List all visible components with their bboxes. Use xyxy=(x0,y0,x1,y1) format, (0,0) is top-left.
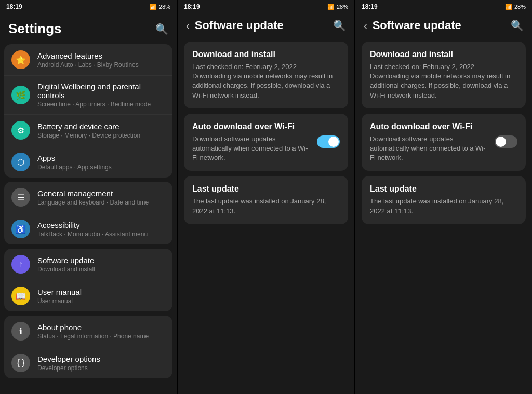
card-download-install[interactable]: Download and installLast checked on: Feb… xyxy=(184,42,348,108)
update-panel-2: 18:19 📶 28% ‹ Software update 🔍 Download… xyxy=(354,0,532,394)
software-update-label: Software update xyxy=(37,256,95,265)
wifi-icon-u1: 📶 xyxy=(327,4,335,10)
card-auto-download-desc-text: Download software updates automatically … xyxy=(370,134,488,163)
card-last-update[interactable]: Last updateThe last update was installed… xyxy=(362,176,526,224)
time-settings: 18:19 xyxy=(6,3,22,10)
status-icons-update1: 📶 28% xyxy=(327,4,348,10)
settings-search-icon[interactable]: 🔍 xyxy=(155,23,168,35)
settings-item-battery-device-care[interactable]: ⚙Battery and device careStorage · Memory… xyxy=(4,115,172,146)
settings-item-user-manual[interactable]: 📖User manualUser manual xyxy=(4,280,172,311)
settings-group: ℹAbout phoneStatus · Legal information ·… xyxy=(4,316,172,378)
toggle-auto-download[interactable] xyxy=(317,135,340,148)
toggle-row-auto-download: Download software updates automatically … xyxy=(192,134,340,163)
digital-wellbeing-text: Digital Wellbeing and parental controlsS… xyxy=(37,82,165,108)
apps-sublabel: Default apps · App settings xyxy=(37,164,112,171)
card-last-update[interactable]: Last updateThe last update was installed… xyxy=(184,176,348,224)
settings-item-digital-wellbeing[interactable]: 🌿Digital Wellbeing and parental controls… xyxy=(4,76,172,115)
battery-update1: 28% xyxy=(337,4,348,10)
advanced-features-label: Advanced features xyxy=(37,51,139,60)
card-last-update-desc: The last update was installed on January… xyxy=(192,197,340,215)
settings-header: Settings 🔍 xyxy=(0,13,177,42)
status-bar-settings: 18:19 📶 28% xyxy=(0,0,177,13)
apps-text: AppsDefault apps · App settings xyxy=(37,154,112,171)
settings-group: ↑Software updateDownload and install📖Use… xyxy=(4,249,172,311)
card-download-install[interactable]: Download and installLast checked on: Feb… xyxy=(362,42,526,108)
battery-update2: 28% xyxy=(514,4,526,10)
status-icons-update2: 📶 28% xyxy=(505,4,526,10)
settings-group: ⭐Advanced featuresAndroid Auto · Labs · … xyxy=(4,44,172,178)
update1-list: Download and installLast checked on: Feb… xyxy=(178,37,354,394)
settings-item-software-update[interactable]: ↑Software updateDownload and install xyxy=(4,249,172,280)
general-management-label: General management xyxy=(37,189,149,198)
battery-settings: 28% xyxy=(159,4,170,10)
card-last-update-title: Last update xyxy=(192,184,340,194)
software-update-icon: ↑ xyxy=(11,255,30,274)
settings-item-advanced-features[interactable]: ⭐Advanced featuresAndroid Auto · Labs · … xyxy=(4,44,172,76)
accessibility-sublabel: TalkBack · Mono audio · Assistant menu xyxy=(37,230,148,238)
battery-device-care-sublabel: Storage · Memory · Device protection xyxy=(37,132,140,139)
user-manual-text: User manualUser manual xyxy=(37,288,82,305)
toggle-knob-auto-download xyxy=(496,137,506,147)
search-icon-u1[interactable]: 🔍 xyxy=(333,19,346,32)
card-download-install-title: Download and install xyxy=(192,50,340,59)
battery-device-care-label: Battery and device care xyxy=(37,122,140,131)
settings-item-developer-options[interactable]: { }Developer optionsDeveloper options xyxy=(4,347,172,378)
accessibility-icon: ♿ xyxy=(11,220,30,238)
wifi-icon: 📶 xyxy=(150,4,157,10)
card-auto-download-title: Auto download over Wi-Fi xyxy=(370,122,517,131)
card-auto-download-desc-text: Download software updates automatically … xyxy=(192,134,311,163)
developer-options-label: Developer options xyxy=(37,355,100,363)
toggle-knob-auto-download xyxy=(328,137,339,147)
developer-options-text: Developer optionsDeveloper options xyxy=(37,355,100,372)
advanced-features-icon: ⭐ xyxy=(11,50,30,69)
user-manual-sublabel: User manual xyxy=(37,297,82,305)
status-icons-settings: 📶 28% xyxy=(150,4,170,10)
settings-panel: 18:19 📶 28% Settings 🔍 ⭐Advanced feature… xyxy=(0,0,177,394)
about-phone-sublabel: Status · Legal information · Phone name xyxy=(37,333,149,340)
card-auto-download[interactable]: Auto download over Wi-FiDownload softwar… xyxy=(184,114,348,171)
software-update-text: Software updateDownload and install xyxy=(37,256,95,273)
card-last-update-title: Last update xyxy=(370,184,517,194)
general-management-text: General managementLanguage and keyboard … xyxy=(37,189,149,206)
settings-item-about-phone[interactable]: ℹAbout phoneStatus · Legal information ·… xyxy=(4,316,172,347)
settings-title: Settings xyxy=(8,21,62,37)
developer-options-sublabel: Developer options xyxy=(37,364,100,372)
settings-group: ☰General managementLanguage and keyboard… xyxy=(4,182,172,244)
status-bar-update2: 18:19 📶 28% xyxy=(355,0,532,13)
settings-item-apps[interactable]: ⬡AppsDefault apps · App settings xyxy=(4,146,172,178)
advanced-features-sublabel: Android Auto · Labs · Bixby Routines xyxy=(37,61,139,69)
card-auto-download-title: Auto download over Wi-Fi xyxy=(192,122,340,131)
card-last-update-desc: The last update was installed on January… xyxy=(370,197,517,215)
accessibility-label: Accessibility xyxy=(37,221,148,229)
update2-header: ‹ Software update 🔍 xyxy=(355,13,532,37)
back-button-u2[interactable]: ‹ xyxy=(364,20,367,32)
about-phone-icon: ℹ xyxy=(11,322,30,341)
apps-label: Apps xyxy=(37,154,112,162)
toggle-auto-download[interactable] xyxy=(495,135,517,148)
search-icon-u2[interactable]: 🔍 xyxy=(511,19,524,32)
toggle-row-auto-download: Download software updates automatically … xyxy=(370,134,517,163)
user-manual-label: User manual xyxy=(37,288,82,296)
general-management-sublabel: Language and keyboard · Date and time xyxy=(37,199,149,206)
card-download-install-desc: Last checked on: February 2, 2022 Downlo… xyxy=(192,62,340,100)
update2-list: Download and installLast checked on: Feb… xyxy=(355,37,532,394)
about-phone-text: About phoneStatus · Legal information · … xyxy=(37,323,149,340)
time-update2: 18:19 xyxy=(362,3,378,10)
software-update-sublabel: Download and install xyxy=(37,266,95,273)
digital-wellbeing-label: Digital Wellbeing and parental controls xyxy=(37,82,165,100)
digital-wellbeing-icon: 🌿 xyxy=(11,86,30,104)
update-panel-1: 18:19 📶 28% ‹ Software update 🔍 Download… xyxy=(177,0,354,394)
user-manual-icon: 📖 xyxy=(11,287,30,305)
status-bar-update1: 18:19 📶 28% xyxy=(178,0,354,13)
developer-options-icon: { } xyxy=(11,354,30,372)
about-phone-label: About phone xyxy=(37,323,149,332)
settings-item-accessibility[interactable]: ♿AccessibilityTalkBack · Mono audio · As… xyxy=(4,213,172,244)
card-auto-download-desc: Download software updates automatically … xyxy=(192,134,311,163)
card-download-install-desc: Last checked on: February 2, 2022 Downlo… xyxy=(370,62,517,100)
back-button-u1[interactable]: ‹ xyxy=(186,20,190,32)
battery-device-care-text: Battery and device careStorage · Memory … xyxy=(37,122,140,139)
card-download-install-title: Download and install xyxy=(370,50,517,59)
apps-icon: ⬡ xyxy=(11,153,30,171)
settings-item-general-management[interactable]: ☰General managementLanguage and keyboard… xyxy=(4,182,172,213)
card-auto-download[interactable]: Auto download over Wi-FiDownload softwar… xyxy=(362,114,526,171)
